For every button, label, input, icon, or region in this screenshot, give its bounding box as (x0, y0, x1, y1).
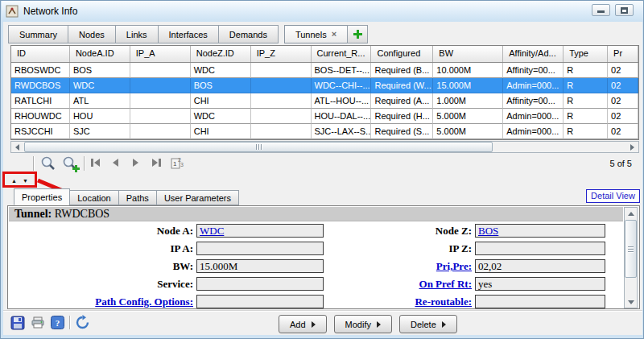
toolbar-separator (84, 156, 85, 171)
grip (628, 246, 634, 247)
vertical-scrollbar[interactable] (624, 207, 638, 308)
field-value-link[interactable]: WDC (200, 225, 224, 237)
column-header[interactable]: IP_A (130, 46, 191, 62)
close-tab-icon[interactable]: × (332, 30, 336, 39)
plus-icon (353, 29, 363, 39)
previous-row-button[interactable] (113, 159, 118, 167)
column-header[interactable]: Affinity/Ad... (503, 46, 564, 62)
detail-view-button[interactable]: Detail View (586, 189, 640, 203)
table-cell: Required (S... (371, 124, 433, 139)
column-header[interactable]: ID (11, 46, 70, 62)
field-value-box (475, 295, 605, 308)
tab-label: Paths (126, 193, 149, 203)
add-tab-button[interactable] (347, 25, 368, 43)
annotation-box (2, 172, 37, 188)
table-row[interactable]: RSJCCHISJCCHISJC--LAX--S...Required (S..… (11, 124, 638, 139)
table-cell: 5.000M (433, 109, 503, 124)
next-row-button[interactable] (133, 159, 138, 167)
table-cell: 02 (608, 78, 638, 93)
detail-tab-location[interactable]: Location (69, 190, 119, 205)
table-cell: BOS (70, 63, 130, 78)
grip (628, 249, 634, 250)
horizontal-scrollbar-thumb[interactable] (24, 142, 493, 152)
detail-tab-properties[interactable]: Properties (14, 188, 70, 205)
horizontal-scrollbar[interactable] (10, 141, 639, 153)
column-header[interactable]: NodeA.ID (70, 46, 130, 62)
table-cell: 02 (608, 93, 638, 109)
column-header[interactable]: Pr (608, 46, 638, 62)
table-cell: R (564, 93, 608, 109)
column-header[interactable]: IP_Z (251, 46, 312, 62)
modify-button[interactable]: Modify (334, 315, 392, 333)
table-row[interactable]: RATLCHIATLCHIATL--HOU--...Required (A...… (11, 93, 638, 109)
minimize-icon (597, 10, 605, 13)
last-row-button[interactable] (152, 159, 161, 167)
tab-links[interactable]: Links (115, 25, 159, 43)
tab-nodes[interactable]: Nodes (68, 25, 116, 43)
field-label: Service: (13, 277, 193, 291)
detail-tab-paths[interactable]: Paths (118, 190, 157, 205)
field-label[interactable]: Path Config. Options: (13, 295, 193, 308)
column-header[interactable]: Configured (371, 46, 433, 62)
grip (256, 144, 257, 150)
scroll-left-button[interactable] (11, 142, 23, 152)
table-row[interactable]: RHOUWDCHOUWDCHOU--DAL--...Required (H...… (11, 109, 638, 124)
vertical-scrollbar-thumb[interactable] (625, 220, 637, 278)
scroll-down-button[interactable] (625, 296, 637, 308)
maximize-button[interactable] (615, 4, 634, 16)
minimize-button[interactable] (592, 4, 610, 16)
table-header-row: IDNodeA.IDIP_ANodeZ.IDIP_ZCurrent_R...Co… (11, 46, 638, 63)
title-bar[interactable]: Network Info (2, 1, 643, 22)
table-cell: WDC (70, 78, 130, 93)
table-cell: Affinity=00... (503, 63, 564, 78)
field-label[interactable]: On Pref Rt: (327, 277, 472, 291)
tab-summary[interactable]: Summary (8, 25, 68, 43)
table-cell: SJC--LAX--S... (312, 124, 372, 139)
scroll-up-button[interactable] (625, 208, 637, 219)
print-icon[interactable] (31, 316, 45, 330)
tab-demands[interactable]: Demands (218, 25, 279, 43)
table-cell: Admin=000... (503, 78, 564, 93)
button-label: Modify (345, 320, 371, 329)
scroll-right-button[interactable] (626, 142, 638, 152)
tab-interfaces[interactable]: Interfaces (158, 25, 219, 43)
first-row-button[interactable] (91, 159, 100, 167)
delete-button[interactable]: Delete (399, 315, 457, 333)
detail-tab-user-parameters[interactable]: User Parameters (156, 190, 239, 205)
field-label: IP A: (13, 242, 193, 255)
table-cell: HOU--DAL--... (312, 109, 372, 124)
add-button[interactable]: Add (279, 315, 327, 333)
table-cell: R (564, 63, 608, 78)
table-cell: BOS (191, 78, 251, 93)
save-icon[interactable] (10, 316, 25, 330)
table-cell: WDC (191, 63, 251, 78)
field-label[interactable]: Pri,Pre: (327, 259, 472, 273)
tab-label: Nodes (79, 30, 105, 39)
table-cell (130, 78, 191, 93)
view-tab-bar: SummaryNodesLinksInterfacesDemandsTunnel… (8, 25, 368, 43)
goto-row-icon[interactable]: 1 2 3 (171, 155, 185, 170)
table-row[interactable]: RBOSWDCBOSWDCBOS--DET--...Required (B...… (11, 63, 638, 78)
column-header[interactable]: Current_R... (312, 46, 372, 62)
maximize-icon (621, 7, 628, 14)
help-icon[interactable]: ? (51, 316, 64, 329)
refresh-icon[interactable] (75, 315, 90, 330)
field-value-link[interactable]: BOS (478, 225, 498, 237)
tunnel-header: Tunnel: RWDCBOS (9, 207, 623, 221)
table-cell: WDC--CHI--... (312, 78, 372, 93)
table-row[interactable]: RWDCBOSWDCBOSWDC--CHI--...Required (W...… (11, 78, 638, 93)
toolbar-separator (69, 316, 70, 329)
tab-tunnels[interactable]: Tunnels× (284, 25, 348, 43)
column-header[interactable]: NodeZ.ID (191, 46, 251, 62)
field-value-box: BOS (475, 224, 605, 238)
zoom-add-icon[interactable] (61, 155, 80, 172)
svg-text:3: 3 (180, 162, 184, 167)
field-label[interactable]: Re-routable: (327, 295, 472, 308)
divider (3, 310, 642, 312)
column-header[interactable]: Type (564, 46, 608, 62)
zoom-icon[interactable] (39, 155, 58, 172)
table-cell (130, 124, 191, 139)
column-header[interactable]: BW (433, 46, 503, 62)
table-cell: 15.000M (433, 78, 503, 93)
table-cell (251, 109, 312, 124)
